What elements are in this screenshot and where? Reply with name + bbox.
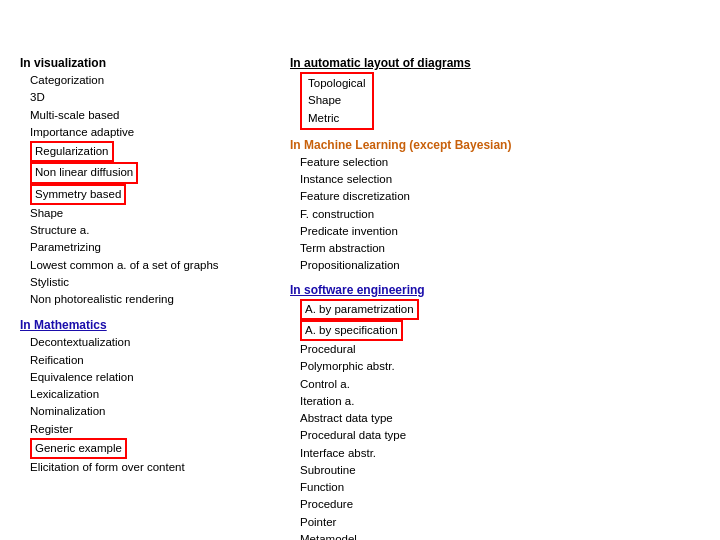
list-item: Nominalization	[20, 403, 280, 420]
list-item: A. by specification	[290, 320, 700, 341]
list-item: Non linear diffusion	[20, 162, 280, 183]
list-item: Importance adaptive	[20, 124, 280, 141]
list-item: Shape	[308, 92, 366, 109]
list-item: Lowest common a. of a set of graphs	[20, 257, 280, 274]
list-item: Abstract data type	[290, 410, 700, 427]
list-item: Iteration a.	[290, 393, 700, 410]
list-item: Regularization	[20, 141, 280, 162]
section-title-in-software-engineering: In software engineering	[290, 283, 700, 297]
list-item: Reification	[20, 352, 280, 369]
list-item: Lexicalization	[20, 386, 280, 403]
list-item: Predicate invention	[290, 223, 700, 240]
list-item: Subroutine	[290, 462, 700, 479]
section-title-in-automatic-layout: In automatic layout of diagrams	[290, 56, 700, 70]
list-item: Non photorealistic rendering	[20, 291, 280, 308]
list-item: Instance selection	[290, 171, 700, 188]
list-item: Generic example	[20, 438, 280, 459]
list-item: Elicitation of form over content	[20, 459, 280, 476]
list-item: Topological	[308, 75, 366, 92]
section-in-machine-learning: In Machine Learning (except Bayesian)Fea…	[290, 138, 700, 275]
section-title-in-machine-learning: In Machine Learning (except Bayesian)	[290, 138, 700, 152]
main-content: In visualizationCategorization3DMulti-sc…	[20, 56, 700, 540]
list-item: Propositionalization	[290, 257, 700, 274]
list-item: Procedure	[290, 496, 700, 513]
list-item: A. by parametrization	[290, 299, 700, 320]
list-item: Pointer	[290, 514, 700, 531]
right-column: In automatic layout of diagramsTopologic…	[280, 56, 700, 540]
list-item: Control a.	[290, 376, 700, 393]
list-item: Metric	[308, 110, 366, 127]
list-item: Feature discretization	[290, 188, 700, 205]
section-in-automatic-layout: In automatic layout of diagramsTopologic…	[290, 56, 700, 130]
list-item: Metamodel	[290, 531, 700, 540]
list-item: Equivalence relation	[20, 369, 280, 386]
list-item: Categorization	[20, 72, 280, 89]
list-item: Parametrizing	[20, 239, 280, 256]
list-item: Decontextualization	[20, 334, 280, 351]
section-in-visualization: In visualizationCategorization3DMulti-sc…	[20, 56, 280, 308]
list-item: Interface abstr.	[290, 445, 700, 462]
list-item: Procedural data type	[290, 427, 700, 444]
list-item: Polymorphic abstr.	[290, 358, 700, 375]
section-title-in-mathematics: In Mathematics	[20, 318, 280, 332]
list-item: Register	[20, 421, 280, 438]
section-in-mathematics: In MathematicsDecontextualizationReifica…	[20, 318, 280, 476]
list-item: Symmetry based	[20, 184, 280, 205]
list-item: Feature selection	[290, 154, 700, 171]
page-title	[20, 16, 700, 42]
section-in-software-engineering: In software engineeringA. by parametriza…	[290, 283, 700, 541]
list-item: Term abstraction	[290, 240, 700, 257]
left-column: In visualizationCategorization3DMulti-sc…	[20, 56, 280, 540]
list-item: Stylistic	[20, 274, 280, 291]
list-item: Function	[290, 479, 700, 496]
section-title-in-visualization: In visualization	[20, 56, 280, 70]
list-item: F. construction	[290, 206, 700, 223]
list-item: Procedural	[290, 341, 700, 358]
list-item: 3D	[20, 89, 280, 106]
page: In visualizationCategorization3DMulti-sc…	[0, 0, 720, 540]
list-item: Shape	[20, 205, 280, 222]
list-item: Structure a.	[20, 222, 280, 239]
list-item: Multi-scale based	[20, 107, 280, 124]
